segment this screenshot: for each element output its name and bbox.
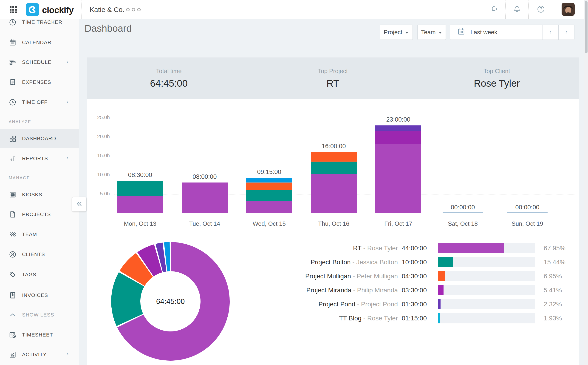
sidebar-item-invoices[interactable]: INVOICES bbox=[0, 286, 79, 305]
activity-icon bbox=[9, 351, 17, 358]
bar-segment-tt-blog[interactable] bbox=[246, 178, 292, 182]
stat-value: Rose Tyler bbox=[474, 78, 520, 89]
bar-total-label: 00:00:00 bbox=[502, 204, 553, 211]
legend-row-tt-blog[interactable]: TT Blog - Rose Tyler01:15:001.93% bbox=[87, 313, 579, 323]
bar-total-label: 16:00:00 bbox=[308, 143, 359, 150]
sidebar-item-expenses[interactable]: EXPENSES bbox=[0, 72, 79, 92]
sidebar-item-clients[interactable]: CLIENTS bbox=[0, 245, 79, 264]
bar-segment-project-mulligan[interactable] bbox=[246, 182, 292, 190]
x-axis-label: Fri, Oct 17 bbox=[371, 220, 426, 227]
avatar bbox=[561, 3, 575, 17]
legend-time: 03:30:00 bbox=[399, 285, 427, 295]
stat-value: 64:45:00 bbox=[150, 78, 188, 89]
bar-segment-rt[interactable] bbox=[117, 196, 163, 213]
receipt-icon bbox=[9, 78, 17, 86]
bar-segment-project-miranda[interactable] bbox=[375, 131, 421, 144]
date-range-button[interactable]: Last week bbox=[450, 27, 542, 37]
double-chevron-left-icon bbox=[75, 200, 83, 209]
bar-segment-rt[interactable] bbox=[246, 201, 292, 213]
legend-row-project-bolton[interactable]: Project Bolton - Jessica Bolton10:00:001… bbox=[87, 257, 579, 267]
legend-percent: 67.95% bbox=[544, 243, 566, 253]
sidebar-item-kiosks[interactable]: KIOSKS bbox=[0, 185, 79, 204]
sidebar-item-dashboard[interactable]: DASHBOARD bbox=[0, 129, 79, 148]
notifications-button[interactable] bbox=[505, 0, 528, 19]
legend-row-project-mulligan[interactable]: Project Mulligan - Peter Mulligan04:30:0… bbox=[87, 271, 579, 281]
sidebar-item-label: TAGS bbox=[22, 272, 36, 278]
sidebar-item-schedule[interactable]: SCHEDULE bbox=[0, 52, 79, 72]
top-project-stat: Top Project RT bbox=[251, 57, 415, 99]
document-icon bbox=[9, 211, 17, 218]
tag-icon bbox=[9, 271, 17, 279]
legend-row-project-miranda[interactable]: Project Miranda - Philip Miranda03:30:00… bbox=[87, 285, 579, 295]
sidebar-item-tags[interactable]: TAGS bbox=[0, 265, 79, 284]
legend-percent: 6.95% bbox=[544, 271, 562, 281]
sidebar-item-activity[interactable]: ACTIVITY bbox=[0, 345, 79, 364]
legend-percent: 2.32% bbox=[544, 299, 562, 309]
legend-percent: 1.93% bbox=[544, 313, 562, 323]
legend-time: 44:00:00 bbox=[399, 243, 427, 253]
legend-project-name: Project Bolton - Jessica Bolton bbox=[87, 257, 398, 267]
app-grid-icon[interactable] bbox=[8, 5, 18, 15]
stat-value: RT bbox=[326, 78, 339, 89]
puzzle-icon bbox=[489, 5, 498, 14]
user-menu[interactable] bbox=[553, 0, 588, 19]
sidebar-item-time-off[interactable]: TIME OFF bbox=[0, 92, 79, 112]
legend-time: 01:30:00 bbox=[399, 299, 427, 309]
legend-progress-fill bbox=[438, 271, 445, 281]
zero-bar-line bbox=[443, 212, 483, 213]
next-week-button[interactable] bbox=[558, 25, 574, 40]
help-button[interactable] bbox=[528, 0, 553, 19]
bar-segment-project-bolton[interactable] bbox=[117, 181, 163, 196]
sidebar-item-projects[interactable]: PROJECTS bbox=[0, 204, 79, 224]
bar-segment-project-bolton[interactable] bbox=[311, 161, 357, 174]
legend-time: 01:15:00 bbox=[399, 313, 427, 323]
sidebar-item-calendar[interactable]: CALENDAR bbox=[0, 33, 79, 52]
bar-segment-project-mulligan[interactable] bbox=[311, 152, 357, 161]
invoice-icon bbox=[9, 291, 17, 299]
integrations-button[interactable] bbox=[482, 0, 505, 19]
date-range-control: Last week bbox=[450, 25, 574, 40]
y-axis-tick: 10.0h bbox=[87, 172, 110, 178]
legend-time: 10:00:00 bbox=[399, 257, 427, 267]
sidebar-item-team[interactable]: TEAM bbox=[0, 225, 79, 244]
sidebar-item-timesheet[interactable]: TIMESHEET bbox=[0, 325, 79, 344]
sidebar-item-reports[interactable]: REPORTS bbox=[0, 149, 79, 168]
x-axis-label: Mon, Oct 13 bbox=[113, 220, 168, 227]
project-filter-button[interactable]: Project bbox=[380, 25, 413, 40]
legend-row-project-pond[interactable]: Project Pond - Project Pond01:30:002.32% bbox=[87, 299, 579, 309]
stat-label: Top Project bbox=[318, 68, 348, 75]
bar-segment-project-bolton[interactable] bbox=[246, 190, 292, 201]
chevron-right-icon bbox=[65, 60, 70, 65]
sidebar-item-label: EXPENSES bbox=[22, 79, 51, 85]
scrollbar-thumb[interactable] bbox=[585, 1, 588, 53]
bar-segment-project-pond[interactable] bbox=[375, 125, 421, 131]
more-menu-icon[interactable] bbox=[125, 6, 142, 14]
chevron-right-icon bbox=[65, 352, 70, 358]
y-axis-tick: 20.0h bbox=[87, 133, 110, 140]
sidebar-section-analyze: ANALYZE bbox=[9, 119, 31, 124]
legend-progress-fill bbox=[438, 285, 444, 295]
bar-segment-rt[interactable] bbox=[182, 182, 228, 213]
bar-total-label: 00:00:00 bbox=[438, 204, 488, 211]
filter-controls: Project Team Last week bbox=[380, 25, 574, 40]
workspace-name[interactable]: Katie & Co. bbox=[89, 0, 124, 19]
legend-row-rt[interactable]: RT - Rose Tyler44:00:0067.95% bbox=[87, 243, 579, 253]
team-filter-button[interactable]: Team bbox=[417, 25, 446, 40]
bar-segment-rt[interactable] bbox=[375, 144, 421, 213]
legend-progress-fill bbox=[438, 257, 453, 267]
sidebar-collapse-button[interactable] bbox=[72, 197, 86, 211]
sidebar-item-label: SCHEDULE bbox=[22, 59, 51, 65]
divider bbox=[81, 0, 82, 19]
sidebar-item-label: TIMESHEET bbox=[22, 332, 53, 338]
bar-segment-rt[interactable] bbox=[311, 174, 357, 213]
sidebar-item-show-less[interactable]: SHOW LESS bbox=[0, 305, 79, 324]
legend-percent: 15.44% bbox=[544, 257, 566, 267]
prev-week-button[interactable] bbox=[542, 25, 558, 40]
sidebar-item-label: SHOW LESS bbox=[22, 312, 54, 318]
x-axis-label: Wed, Oct 15 bbox=[242, 220, 297, 227]
clockify-logo[interactable]: clockify bbox=[26, 3, 74, 17]
sidebar-item-label: ACTIVITY bbox=[22, 352, 47, 358]
sidebar-item-label: DASHBOARD bbox=[22, 136, 56, 142]
gridline bbox=[114, 137, 575, 137]
bar-chart-icon bbox=[9, 155, 17, 162]
